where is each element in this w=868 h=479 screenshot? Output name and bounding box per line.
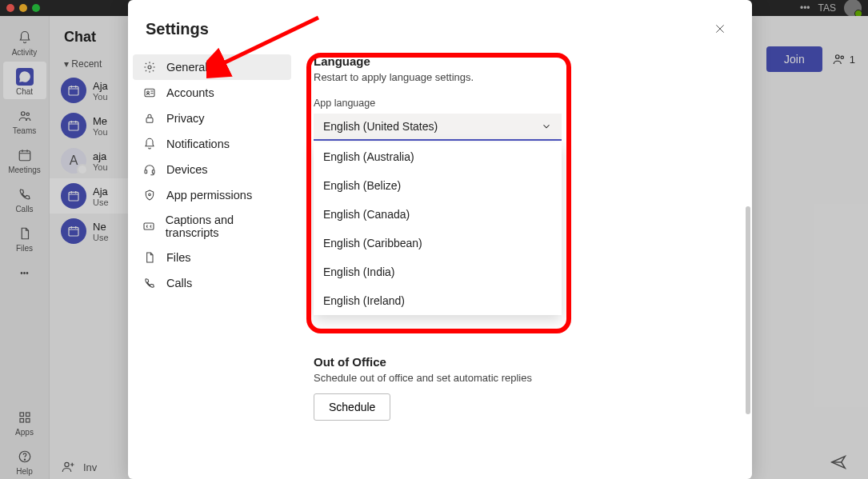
close-icon xyxy=(714,22,726,35)
language-option[interactable]: English (Australia) xyxy=(314,142,562,171)
id-icon xyxy=(142,86,157,100)
schedule-button[interactable]: Schedule xyxy=(314,393,390,421)
settings-nav-label: General xyxy=(166,61,208,74)
settings-nav: GeneralAccountsPrivacyNotificationsDevic… xyxy=(128,46,299,479)
svg-point-18 xyxy=(147,91,150,94)
modal-title: Settings xyxy=(146,20,209,38)
settings-nav-label: Notifications xyxy=(166,138,230,150)
svg-point-22 xyxy=(149,194,151,196)
modal-header: Settings xyxy=(128,0,752,46)
language-select-button[interactable]: English (United States) xyxy=(314,114,562,141)
settings-nav-files[interactable]: Files xyxy=(133,245,291,270)
language-option[interactable]: English (Ireland) xyxy=(314,286,562,315)
settings-nav-accounts[interactable]: Accounts xyxy=(133,80,291,106)
headset-icon xyxy=(142,162,157,177)
settings-content: Language Restart to apply language setti… xyxy=(299,46,752,479)
close-button[interactable] xyxy=(710,19,730,38)
settings-nav-devices[interactable]: Devices xyxy=(133,157,291,182)
settings-nav-general[interactable]: General xyxy=(133,54,291,80)
shield-icon xyxy=(142,188,157,202)
language-option[interactable]: English (India) xyxy=(314,257,562,286)
settings-nav-label: Accounts xyxy=(166,86,214,99)
phone-icon xyxy=(142,276,157,290)
cc-icon xyxy=(142,219,156,234)
app-language-dropdown: English (United States) English (Austral… xyxy=(314,114,562,141)
language-heading: Language xyxy=(314,54,728,68)
file-icon xyxy=(142,250,157,265)
settings-nav-label: Devices xyxy=(166,163,208,176)
svg-rect-17 xyxy=(145,89,154,96)
settings-nav-label: Privacy xyxy=(166,112,205,125)
language-option[interactable]: English (Canada) xyxy=(314,200,562,229)
settings-nav-app-permissions[interactable]: App permissions xyxy=(133,182,291,208)
gear-icon xyxy=(142,60,157,74)
language-option[interactable]: English (Caribbean) xyxy=(314,229,562,257)
svg-rect-20 xyxy=(145,170,147,174)
svg-rect-23 xyxy=(144,223,154,230)
settings-nav-captions-and-transcripts[interactable]: Captions and transcripts xyxy=(133,208,291,245)
settings-nav-privacy[interactable]: Privacy xyxy=(133,106,291,131)
scrollbar[interactable] xyxy=(746,206,750,414)
lock-icon xyxy=(142,111,157,126)
ooo-subtext: Schedule out of office and set automatic… xyxy=(314,372,728,384)
bell-icon xyxy=(142,137,157,151)
settings-nav-label: Captions and transcripts xyxy=(166,214,282,239)
app-language-label: App language xyxy=(314,98,728,109)
language-option[interactable]: English (Belize) xyxy=(314,171,562,200)
settings-modal: Settings GeneralAccountsPrivacyNotificat… xyxy=(128,0,752,479)
svg-point-16 xyxy=(148,66,151,69)
ooo-heading: Out of Office xyxy=(314,355,728,369)
settings-nav-label: Files xyxy=(166,251,191,264)
svg-rect-19 xyxy=(146,118,153,122)
settings-nav-label: Calls xyxy=(166,277,192,289)
language-selected-value: English (United States) xyxy=(323,120,438,133)
settings-nav-label: App permissions xyxy=(166,189,252,202)
chevron-down-icon xyxy=(541,121,552,132)
settings-nav-calls[interactable]: Calls xyxy=(133,270,291,296)
svg-rect-21 xyxy=(152,170,154,174)
settings-nav-notifications[interactable]: Notifications xyxy=(133,131,291,157)
language-subtext: Restart to apply language settings. xyxy=(314,71,728,83)
language-option-list: English (Australia)English (Belize)Engli… xyxy=(314,142,562,315)
